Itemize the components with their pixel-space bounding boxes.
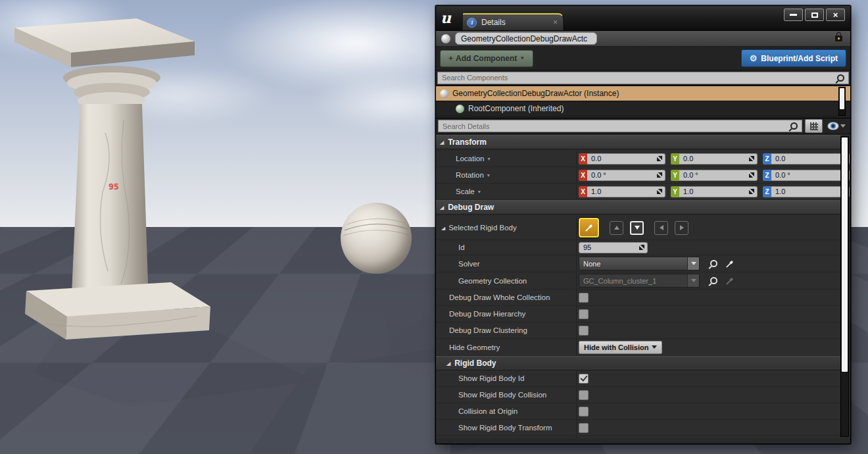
rigid-body-section-header[interactable]: ◢ Rigid Body: [436, 356, 840, 370]
debug-draw-clustering-checkbox[interactable]: [579, 326, 589, 336]
debug-draw-section-header[interactable]: ◢ Debug Draw: [436, 200, 840, 214]
transform-section-header[interactable]: ◢ Transform: [436, 135, 840, 149]
view-options-button[interactable]: [825, 122, 848, 130]
debug-draw-hierarchy-row: Debug Draw Hierarchy: [436, 306, 840, 322]
scale-z-field[interactable]: 1.0: [771, 186, 850, 197]
tree-item-actor-instance[interactable]: GeometryCollectionDebugDrawActor (Instan…: [436, 86, 850, 101]
id-field[interactable]: 95: [579, 242, 648, 253]
expander-arrow-icon: ◢: [441, 225, 445, 230]
rotation-y-field[interactable]: 0.0 °: [679, 170, 758, 181]
component-sphere-icon: [456, 105, 464, 113]
close-icon: ×: [833, 12, 838, 18]
debug-draw-whole-collection-checkbox[interactable]: [579, 293, 589, 303]
show-rigid-body-transform-checkbox[interactable]: [579, 423, 589, 433]
minimize-icon: [790, 14, 797, 16]
axis-y-tab: Y: [671, 153, 679, 164]
marble-sphere-mesh[interactable]: [341, 203, 412, 274]
dropdown-arrow-button[interactable]: [687, 257, 699, 270]
drag-handle-icon[interactable]: [657, 172, 662, 178]
rotation-z-field[interactable]: 0.0 °: [771, 170, 850, 181]
debug-draw-clustering-row: Debug Draw Clustering: [436, 322, 840, 339]
axis-z-tab: Z: [763, 153, 771, 164]
show-rigid-body-id-checkbox[interactable]: [579, 374, 589, 384]
details-scrollbar[interactable]: [840, 136, 849, 437]
components-scrollbar[interactable]: [838, 87, 846, 116]
actor-sphere-icon: [441, 34, 450, 43]
location-y-field[interactable]: 0.0: [679, 153, 758, 164]
triangle-right-icon: [680, 225, 684, 230]
solver-row: Solver None: [436, 255, 840, 272]
search-components-row: [436, 70, 850, 86]
window-titlebar[interactable]: u i Details × ×: [436, 6, 850, 31]
debug-draw-hierarchy-checkbox[interactable]: [579, 309, 589, 319]
collision-at-origin-row: Collision at Origin: [436, 403, 840, 420]
scale-x-field[interactable]: 1.0: [587, 186, 665, 197]
drag-handle-icon[interactable]: [749, 172, 754, 178]
tree-item-root-component[interactable]: RootComponent (Inherited): [436, 101, 850, 116]
hide-geometry-dropdown[interactable]: Hide with Collision: [579, 341, 662, 354]
tab-title: Details: [481, 18, 552, 27]
rotation-x-field[interactable]: 0.0 °: [587, 170, 665, 181]
select-left-button[interactable]: [654, 221, 668, 235]
eye-icon: [828, 122, 838, 130]
chevron-down-icon[interactable]: ▾: [478, 189, 481, 195]
close-button[interactable]: ×: [826, 9, 845, 21]
chevron-down-icon[interactable]: ▾: [487, 156, 490, 162]
axis-z-tab: Z: [763, 186, 771, 197]
show-rigid-body-id-row: Show Rigid Body Id: [436, 370, 840, 387]
select-up-button[interactable]: [610, 221, 623, 235]
show-rigid-body-collision-row: Show Rigid Body Collision: [436, 387, 840, 403]
search-components-input[interactable]: [441, 73, 837, 82]
axis-y-tab: Y: [671, 186, 679, 197]
actor-name-field[interactable]: [455, 32, 597, 45]
search-details-row: [436, 118, 850, 134]
axis-x-tab: X: [579, 170, 587, 181]
tab-close-icon[interactable]: ×: [552, 18, 559, 27]
details-info-icon: i: [467, 18, 477, 28]
drag-handle-icon[interactable]: [657, 156, 662, 161]
chevron-down-icon[interactable]: ▾: [487, 172, 490, 178]
collision-at-origin-checkbox[interactable]: [579, 407, 589, 416]
scale-y-field[interactable]: 1.0: [679, 186, 758, 197]
location-z-field[interactable]: 0.0: [771, 153, 850, 164]
triangle-up-icon: [614, 226, 619, 230]
scrollbar-thumb[interactable]: [842, 138, 848, 372]
browse-to-asset-icon[interactable]: [710, 260, 717, 267]
minimize-button[interactable]: [784, 9, 803, 21]
rotation-row: Rotation▾ X0.0 ° Y0.0 ° Z0.0 °: [436, 167, 840, 184]
details-window: u i Details × × + Add Component ▼: [435, 5, 851, 444]
actor-sphere-icon: [440, 89, 448, 98]
ue-editor-screen: 95 u i Details × × + Add Component: [0, 0, 868, 454]
rigid-body-id-label: 95: [108, 182, 119, 191]
add-component-button[interactable]: + Add Component ▼: [440, 50, 533, 67]
location-x-field[interactable]: 0.0: [587, 153, 665, 164]
show-rigid-body-collision-checkbox[interactable]: [579, 390, 589, 400]
select-right-button[interactable]: [675, 221, 688, 235]
geometry-collection-dropdown: GC_Column_cluster_1: [579, 274, 700, 288]
browse-to-asset-icon[interactable]: [710, 277, 717, 284]
pick-actor-icon[interactable]: [725, 259, 735, 268]
drag-handle-icon[interactable]: [639, 245, 644, 250]
blueprint-add-script-button[interactable]: ⚙ Blueprint/Add Script: [741, 49, 846, 67]
search-details-input[interactable]: [441, 122, 790, 131]
solver-dropdown[interactable]: None: [579, 257, 700, 270]
maximize-icon: [811, 13, 818, 18]
marble-column-mesh[interactable]: [7, 14, 224, 347]
components-tree: GeometryCollectionDebugDrawActor (Instan…: [436, 86, 850, 118]
expander-arrow-icon: ◢: [446, 361, 450, 366]
search-icon: [790, 122, 798, 130]
drag-handle-icon[interactable]: [657, 189, 662, 194]
components-toolbar: + Add Component ▼ ⚙ Blueprint/Add Script: [436, 47, 850, 70]
axis-x-tab: X: [579, 186, 587, 197]
maximize-button[interactable]: [805, 9, 824, 21]
scale-row: Scale▾ X1.0 Y1.0 Z1.0: [436, 184, 840, 200]
rigid-body-picker-button[interactable]: [579, 218, 599, 238]
drag-handle-icon[interactable]: [749, 156, 754, 161]
display-filter-button[interactable]: [805, 119, 823, 133]
actor-name-row: [436, 31, 850, 47]
select-down-button[interactable]: [630, 221, 644, 235]
lock-icon[interactable]: [835, 36, 842, 41]
unreal-logo-icon: u: [441, 10, 451, 26]
tab-details[interactable]: i Details ×: [462, 13, 564, 30]
drag-handle-icon[interactable]: [749, 189, 754, 194]
